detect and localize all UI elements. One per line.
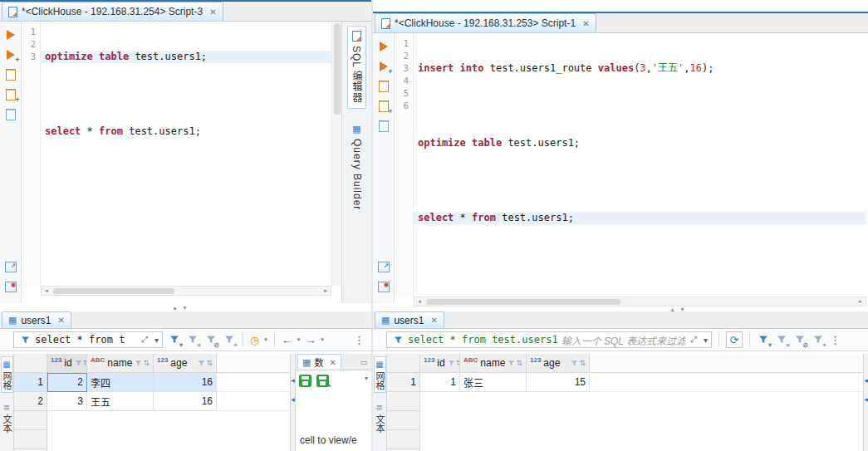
- filter-expression-field[interactable]: select * from t ⤢ ▾: [13, 331, 163, 348]
- filter-history-dropdown-icon[interactable]: ▾: [153, 336, 160, 345]
- code-line: insert into test.users1_route values(3,'…: [414, 62, 866, 75]
- column-header-name[interactable]: ABC name ⇅: [460, 354, 527, 373]
- auto-refresh-dropdown-icon[interactable]: ▾: [264, 336, 267, 343]
- filter-disable-icon[interactable]: ⊘: [793, 333, 807, 346]
- minimize-panel-icon[interactable]: ▭: [360, 358, 367, 366]
- execute-script-new-icon[interactable]: +: [4, 88, 17, 100]
- value-panel-collapse-bar[interactable]: ◀ ◀: [290, 354, 296, 451]
- cell-name[interactable]: 王五: [87, 392, 154, 411]
- scroll-left-icon[interactable]: ◂: [414, 298, 424, 305]
- corner-header[interactable]: [387, 354, 420, 373]
- filter-expression-field[interactable]: select * from test.users1 输入一个 SQL 表达式来过…: [386, 331, 712, 348]
- editor-tab-script3[interactable]: *<ClickHouse - 192.168.31.254> Script-3 …: [2, 2, 223, 21]
- cell-age[interactable]: 15: [527, 373, 590, 392]
- log-panel-icon[interactable]: [4, 281, 17, 293]
- sql-code-area[interactable]: insert into test.users1_route values(3,'…: [414, 33, 866, 297]
- panel-menu-dropdown-icon[interactable]: ▾: [365, 375, 368, 382]
- close-icon[interactable]: ✕: [209, 7, 216, 17]
- cell-name[interactable]: 李四: [87, 373, 154, 392]
- cell-age[interactable]: 16: [154, 392, 217, 411]
- filter-apply-icon[interactable]: ▾: [757, 333, 770, 346]
- toolbar-overflow-icon[interactable]: ⋮: [354, 334, 365, 346]
- row-number[interactable]: 1: [14, 373, 47, 392]
- execute-script-icon[interactable]: [4, 68, 17, 81]
- view-tab-text[interactable]: ≣ 文本: [374, 400, 386, 436]
- save-value-as-icon[interactable]: +: [316, 375, 329, 387]
- column-filter-sort-icon[interactable]: ⇅: [508, 359, 522, 367]
- view-tab-grid[interactable]: ▦ 网格: [1, 356, 13, 393]
- refresh-button[interactable]: ⟳: [726, 331, 743, 348]
- execute-new-tab-icon[interactable]: +: [4, 48, 17, 61]
- close-icon[interactable]: ✕: [430, 316, 437, 325]
- row-number[interactable]: 2: [14, 392, 47, 411]
- auto-refresh-icon[interactable]: ◷: [250, 334, 259, 346]
- editor-vertical-scrollbar[interactable]: [331, 22, 341, 286]
- sash-collapse-down-icon: ▼: [182, 305, 188, 311]
- open-filter-editor-icon[interactable]: ⤢: [140, 335, 150, 345]
- editor-horizontal-scrollbar[interactable]: ◂ ▸: [41, 286, 331, 296]
- execute-script-icon[interactable]: [377, 80, 390, 92]
- execute-new-tab-icon[interactable]: +: [377, 60, 390, 72]
- cell-age[interactable]: 16: [154, 373, 217, 392]
- filter-add-icon[interactable]: +: [223, 333, 236, 346]
- results-sash[interactable]: ▲ ▼: [0, 303, 371, 311]
- code-line: [414, 100, 866, 112]
- column-header-id[interactable]: 123 id ⇅: [420, 354, 460, 373]
- view-tab-grid[interactable]: ▦ 网格: [374, 356, 386, 393]
- sql-code-area[interactable]: optimize table test.users1; select * fro…: [41, 22, 331, 286]
- close-icon[interactable]: ✕: [57, 316, 64, 325]
- code-line: optimize table test.users1;: [41, 51, 331, 63]
- column-filter-sort-icon[interactable]: ⇅: [198, 359, 213, 367]
- value-panel-tab[interactable]: ▦ 数 ✕: [297, 354, 341, 370]
- execute-statement-icon[interactable]: [377, 40, 390, 52]
- execute-statement-icon[interactable]: [4, 28, 17, 41]
- fetch-previous-icon[interactable]: ←: [282, 334, 292, 346]
- cell-id[interactable]: 2: [47, 373, 87, 392]
- cell-id[interactable]: 1: [420, 373, 460, 392]
- execute-script-new-icon[interactable]: +: [377, 100, 390, 112]
- cell-name[interactable]: 张三: [460, 373, 527, 392]
- save-value-icon[interactable]: [299, 375, 311, 387]
- column-header-name[interactable]: ABC name ⇅: [87, 354, 154, 373]
- column-header-age[interactable]: 123 age ⇅: [527, 354, 590, 373]
- filter-history-dropdown-icon[interactable]: ▾: [702, 336, 709, 345]
- editor-tab-script1[interactable]: *<ClickHouse - 192.168.31.253> Script-1 …: [375, 13, 596, 32]
- close-icon[interactable]: ✕: [582, 19, 589, 28]
- editor-horizontal-scrollbar[interactable]: ◂ ▸: [414, 297, 866, 306]
- scroll-right-icon[interactable]: ▸: [321, 287, 331, 294]
- filter-apply-icon[interactable]: ▾: [168, 333, 181, 346]
- explain-plan-icon[interactable]: [4, 108, 17, 120]
- filter-remove-icon[interactable]: ×: [775, 333, 788, 346]
- tab-sql-editor[interactable]: SQL 编辑器: [347, 26, 366, 109]
- open-filter-editor-icon[interactable]: ⤢: [689, 335, 699, 345]
- close-icon[interactable]: ✕: [329, 358, 336, 367]
- column-filter-sort-icon[interactable]: ⇅: [75, 359, 87, 367]
- fetch-next-icon[interactable]: →: [305, 334, 316, 346]
- output-panel-icon[interactable]: [4, 261, 17, 273]
- fetch-previous-dropdown-icon[interactable]: ▾: [297, 336, 301, 343]
- filter-disable-icon[interactable]: ⊘: [204, 333, 218, 346]
- log-panel-icon[interactable]: [377, 281, 390, 293]
- results-tab-users1[interactable]: ▦ users1 ✕: [375, 311, 444, 328]
- column-filter-sort-icon[interactable]: ⇅: [135, 359, 150, 367]
- value-panel-collapse-bar[interactable]: ◀ ◀: [863, 354, 868, 451]
- row-number[interactable]: 1: [387, 373, 420, 392]
- scroll-right-icon[interactable]: ▸: [856, 298, 866, 305]
- filter-remove-icon[interactable]: ×: [186, 333, 199, 346]
- fetch-next-dropdown-icon[interactable]: ▾: [321, 336, 324, 343]
- cell-id[interactable]: 3: [47, 392, 87, 411]
- column-header-age[interactable]: 123 age ⇅: [154, 354, 217, 373]
- view-tab-text[interactable]: ≣ 文本: [1, 400, 13, 436]
- toolbar-overflow-icon[interactable]: ⋮: [830, 334, 841, 346]
- column-header-id[interactable]: 123 id ⇅: [47, 354, 87, 373]
- editor-tab-title: *<ClickHouse - 192.168.31.253> Script-1: [395, 17, 576, 29]
- explain-plan-icon[interactable]: [377, 120, 390, 132]
- filter-add-icon[interactable]: +: [812, 333, 825, 346]
- output-panel-icon[interactable]: [377, 261, 390, 273]
- column-filter-sort-icon[interactable]: ⇅: [448, 359, 460, 367]
- tab-query-builder[interactable]: ▦ Query Builder: [349, 119, 365, 215]
- results-tab-users1[interactable]: ▦ users1 ✕: [2, 311, 71, 328]
- corner-header[interactable]: [14, 354, 47, 373]
- scroll-left-icon[interactable]: ◂: [42, 287, 51, 294]
- column-filter-sort-icon[interactable]: ⇅: [571, 359, 586, 367]
